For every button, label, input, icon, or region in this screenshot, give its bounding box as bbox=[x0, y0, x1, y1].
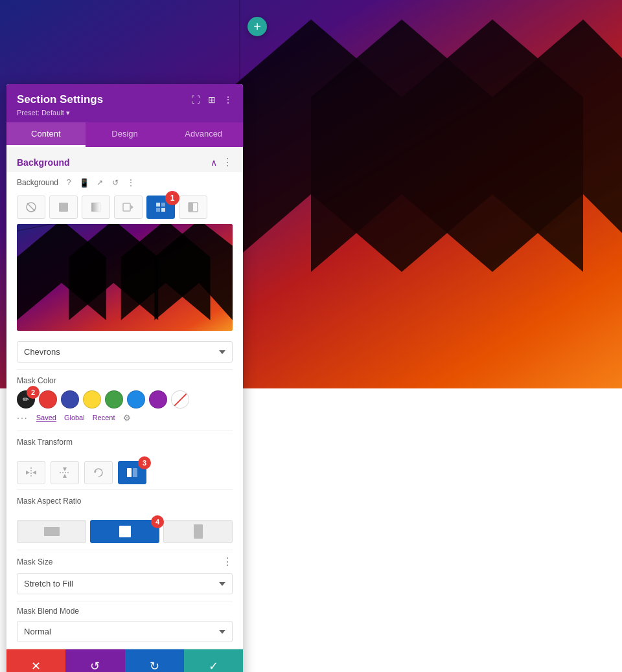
undo-button[interactable]: ↺ bbox=[65, 649, 124, 672]
color-swatch-green[interactable] bbox=[105, 390, 123, 409]
panel-actions: ✕ ↺ ↻ ✓ bbox=[6, 649, 243, 672]
svg-rect-14 bbox=[156, 208, 160, 212]
color-tab-saved[interactable]: Saved bbox=[36, 414, 56, 422]
transform-buttons: 3 bbox=[6, 458, 243, 489]
mask-transform-section: Mask Transform bbox=[6, 431, 243, 458]
mask-color-section: Mask Color ✏ 2 ··· Saved bbox=[6, 370, 243, 431]
mask-color-label: Mask Color bbox=[17, 376, 233, 385]
tab-advanced[interactable]: Advanced bbox=[164, 122, 243, 147]
mask-blend-label: Mask Blend Mode bbox=[17, 607, 233, 616]
background-section-title: Background bbox=[17, 157, 70, 168]
svg-rect-13 bbox=[161, 203, 165, 207]
tab-content[interactable]: Content bbox=[6, 122, 86, 147]
mask-aspect-label: Mask Aspect Ratio bbox=[17, 497, 233, 506]
pattern-badge: 1 bbox=[165, 191, 179, 205]
mask-size-dropdown-row: Stretch to Fill Actual Size Fit Tile bbox=[6, 570, 243, 601]
save-button[interactable]: ✓ bbox=[184, 649, 243, 672]
svg-line-7 bbox=[27, 203, 35, 211]
color-swatch-black[interactable]: ✏ 2 bbox=[17, 390, 35, 409]
cancel-button[interactable]: ✕ bbox=[6, 649, 65, 672]
panel-tabs: Content Design Advanced bbox=[6, 122, 243, 147]
bg-type-video-btn[interactable] bbox=[114, 196, 143, 219]
svg-marker-11 bbox=[130, 205, 133, 210]
mask-size-label: Mask Size bbox=[17, 557, 222, 566]
dots-icon[interactable]: ··· bbox=[17, 412, 29, 423]
tab-design[interactable]: Design bbox=[86, 122, 165, 147]
preview-chevrons bbox=[17, 224, 233, 331]
bg-type-pattern-btn[interactable]: 1 bbox=[146, 196, 175, 219]
background-field-row: Background ? 📱 ↗ ↺ ⋮ bbox=[6, 172, 243, 193]
svg-rect-12 bbox=[156, 203, 160, 207]
panel-title: Section Settings bbox=[17, 93, 103, 106]
svg-rect-15 bbox=[161, 208, 165, 212]
svg-rect-9 bbox=[91, 203, 100, 212]
aspect-narrow-btn[interactable] bbox=[163, 520, 233, 543]
mask-aspect-section: Mask Aspect Ratio bbox=[6, 490, 243, 517]
svg-rect-32 bbox=[133, 468, 137, 477]
color-tabs: ··· Saved Global Recent ⚙ bbox=[17, 409, 233, 424]
pattern-select[interactable]: Chevrons None Circles Squares Triangles … bbox=[17, 341, 233, 363]
mask-size-row: Mask Size ⋮ bbox=[6, 550, 243, 570]
color-tab-global[interactable]: Global bbox=[64, 414, 85, 421]
color-swatches: ✏ 2 bbox=[17, 390, 233, 409]
bg-type-none-btn[interactable] bbox=[17, 196, 45, 219]
transform-badge: 3 bbox=[138, 456, 151, 469]
svg-rect-10 bbox=[123, 203, 130, 211]
preset-selector[interactable]: Preset: Default ▾ bbox=[17, 109, 233, 117]
aspect-wide-btn[interactable] bbox=[17, 520, 86, 543]
svg-rect-31 bbox=[127, 468, 132, 477]
background-field-label: Background bbox=[17, 178, 58, 187]
redo-button[interactable]: ↻ bbox=[125, 649, 184, 672]
panel-header-icons: ⛶ ⊞ ⋮ bbox=[191, 95, 233, 105]
bg-type-mask-btn[interactable] bbox=[179, 196, 207, 219]
background-preview bbox=[17, 224, 233, 331]
collapse-icon[interactable]: ∧ bbox=[211, 157, 217, 168]
field-more-icon[interactable]: ⋮ bbox=[126, 177, 136, 188]
more-icon[interactable]: ⋮ bbox=[224, 95, 233, 105]
bg-type-gradient-btn[interactable] bbox=[82, 196, 110, 219]
columns-icon[interactable]: ⊞ bbox=[208, 95, 216, 105]
aspect-badge: 4 bbox=[151, 515, 164, 528]
background-section-header: Background ∧ ⋮ bbox=[6, 147, 243, 172]
bg-type-color-btn[interactable] bbox=[49, 196, 78, 219]
flip-h-btn[interactable] bbox=[17, 461, 45, 484]
mask-blend-select[interactable]: Normal Multiply Screen Overlay Darken Li… bbox=[17, 621, 233, 642]
section-more-icon[interactable]: ⋮ bbox=[222, 156, 233, 168]
color-swatch-red[interactable] bbox=[39, 390, 57, 409]
color-swatch-indigo[interactable] bbox=[61, 390, 79, 409]
svg-rect-8 bbox=[59, 203, 68, 212]
mask-transform-label: Mask Transform bbox=[17, 438, 233, 447]
panel-body: Background ∧ ⋮ Background ? 📱 ↗ ↺ ⋮ bbox=[6, 147, 243, 649]
transform-reset-btn[interactable] bbox=[84, 461, 113, 484]
svg-marker-29 bbox=[63, 474, 67, 478]
mask-size-more-icon[interactable]: ⋮ bbox=[222, 555, 233, 568]
expand-icon[interactable]: ⛶ bbox=[191, 95, 200, 105]
device-icon[interactable]: 📱 bbox=[79, 177, 89, 188]
svg-marker-28 bbox=[63, 467, 67, 471]
svg-marker-25 bbox=[26, 471, 30, 475]
color-settings-icon[interactable]: ⚙ bbox=[123, 413, 131, 423]
color-swatch-blue[interactable] bbox=[127, 390, 145, 409]
add-section-button[interactable]: + bbox=[248, 17, 267, 36]
bg-type-buttons: 1 bbox=[6, 193, 243, 224]
color-swatch-yellow[interactable] bbox=[83, 390, 101, 409]
transform-mirror-btn[interactable]: 3 bbox=[118, 461, 146, 484]
arrow-icon[interactable]: ↗ bbox=[95, 177, 105, 188]
section-settings-panel: Section Settings ⛶ ⊞ ⋮ Preset: Default ▾… bbox=[6, 84, 243, 672]
mask-size-select[interactable]: Stretch to Fill Actual Size Fit Tile bbox=[17, 573, 233, 594]
color-swatch-none[interactable] bbox=[171, 390, 189, 409]
flip-v-btn[interactable] bbox=[51, 461, 79, 484]
reset-field-icon[interactable]: ↺ bbox=[110, 177, 121, 188]
aspect-square-btn[interactable]: 4 bbox=[90, 520, 159, 543]
help-icon[interactable]: ? bbox=[63, 177, 74, 188]
color-badge: 2 bbox=[27, 386, 40, 399]
color-tab-recent[interactable]: Recent bbox=[93, 414, 115, 421]
svg-marker-26 bbox=[32, 471, 36, 475]
aspect-ratio-buttons: 4 bbox=[6, 517, 243, 550]
panel-header: Section Settings ⛶ ⊞ ⋮ Preset: Default ▾ bbox=[6, 84, 243, 122]
mask-blend-dropdown-row: Normal Multiply Screen Overlay Darken Li… bbox=[6, 618, 243, 649]
chevrons-dropdown-row: Chevrons None Circles Squares Triangles … bbox=[6, 339, 243, 369]
svg-rect-17 bbox=[189, 203, 193, 212]
color-swatch-purple[interactable] bbox=[149, 390, 167, 409]
mask-blend-row: Mask Blend Mode bbox=[6, 601, 243, 618]
